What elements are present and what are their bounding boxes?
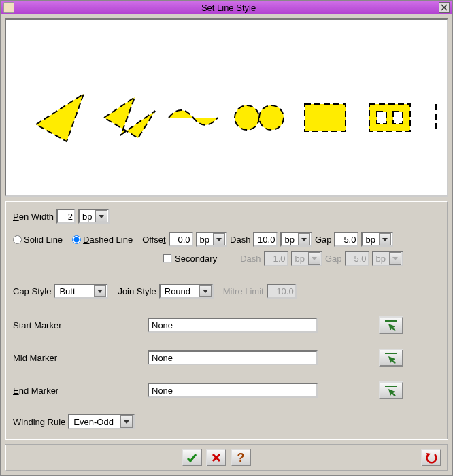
chevron-down-icon	[120, 415, 133, 428]
chevron-down-icon	[389, 252, 401, 265]
reset-button[interactable]	[421, 449, 441, 466]
mid-marker-label: Mid Marker	[13, 353, 148, 363]
hand-pointer-icon	[383, 319, 399, 331]
gap-label: Gap	[315, 235, 332, 245]
svg-rect-5	[369, 104, 410, 131]
cap-style-label: Cap Style	[13, 286, 51, 296]
window-title: Set Line Style	[18, 3, 439, 13]
ok-button[interactable]	[182, 449, 202, 466]
check-icon	[186, 452, 197, 463]
gap-input[interactable]	[334, 232, 358, 247]
pen-width-input[interactable]	[56, 209, 76, 224]
mid-marker-field: None	[148, 350, 318, 365]
bottom-bar: ?	[5, 444, 448, 471]
svg-rect-4	[305, 104, 346, 131]
secondary-dash-input	[264, 251, 288, 266]
offset-input[interactable]	[169, 232, 193, 247]
svg-marker-14	[392, 257, 398, 260]
svg-point-2	[235, 105, 259, 130]
set-line-style-window: Set Line Style	[0, 0, 453, 476]
start-marker-picker[interactable]	[379, 316, 403, 334]
solid-line-radio[interactable]: Solid Line	[13, 235, 63, 245]
mid-marker-picker[interactable]	[379, 349, 403, 367]
secondary-gap-input	[345, 251, 369, 266]
join-style-label: Join Style	[118, 286, 156, 296]
hand-pointer-icon	[383, 384, 399, 396]
svg-marker-13	[312, 257, 317, 260]
dash-label: Dash	[230, 235, 250, 245]
chevron-down-icon	[298, 233, 310, 245]
svg-marker-9	[99, 215, 104, 218]
chevron-down-icon	[308, 252, 320, 265]
settings-panel: Pen Width bp Solid Line Dashed Line Offs…	[5, 201, 448, 440]
svg-marker-11	[301, 238, 307, 241]
svg-marker-0	[36, 94, 84, 141]
chevron-down-icon	[94, 285, 106, 297]
app-icon	[3, 2, 14, 13]
chevron-down-icon	[199, 285, 212, 297]
secondary-gap-label: Gap	[325, 254, 342, 264]
pen-width-label: Pen Width	[13, 211, 54, 222]
dash-input[interactable]	[253, 232, 278, 247]
secondary-gap-unit: bp	[372, 251, 403, 266]
dash-unit-drop[interactable]: bp	[280, 232, 312, 247]
end-marker-picker[interactable]	[379, 381, 403, 399]
cancel-button[interactable]	[206, 449, 227, 466]
svg-rect-6	[377, 112, 386, 124]
offset-label: Offset	[142, 235, 165, 245]
cap-style-select[interactable]: Butt	[54, 284, 108, 299]
svg-marker-20	[124, 420, 129, 424]
join-style-select[interactable]: Round	[159, 284, 214, 299]
end-marker-field: None	[148, 383, 318, 398]
start-marker-label: Start Marker	[13, 320, 148, 330]
svg-marker-12	[382, 238, 388, 241]
svg-marker-16	[203, 290, 208, 293]
dashed-line-radio[interactable]: Dashed Line	[72, 235, 133, 245]
help-button[interactable]: ?	[231, 449, 251, 466]
preview-area	[5, 18, 448, 197]
start-marker-field: None	[148, 318, 318, 333]
close-button[interactable]	[439, 2, 450, 13]
titlebar[interactable]: Set Line Style	[1, 1, 452, 14]
winding-rule-select[interactable]: Even-Odd	[68, 414, 135, 429]
x-icon	[212, 453, 221, 462]
secondary-dash-label: Dash	[240, 254, 261, 264]
chevron-down-icon	[95, 210, 107, 222]
secondary-checkbox[interactable]: Secondary	[163, 254, 217, 264]
gap-unit-drop[interactable]: bp	[361, 232, 392, 247]
svg-marker-10	[216, 238, 222, 241]
svg-point-3	[259, 105, 284, 130]
mitre-limit-label: Mitre Limit	[223, 286, 264, 296]
hand-pointer-icon	[383, 352, 399, 364]
offset-unit-drop[interactable]: bp	[196, 232, 227, 247]
end-marker-label: End Marker	[13, 386, 148, 396]
svg-rect-7	[393, 112, 403, 124]
chevron-down-icon	[213, 233, 225, 245]
pen-width-unit-drop[interactable]: bp	[78, 209, 110, 224]
question-icon: ?	[237, 452, 245, 464]
winding-rule-label: Winding Rule	[13, 417, 65, 427]
svg-marker-15	[97, 290, 103, 293]
mitre-limit-input	[267, 284, 297, 299]
undo-icon	[425, 452, 437, 464]
secondary-dash-unit: bp	[291, 251, 322, 266]
svg-marker-1	[104, 97, 155, 138]
chevron-down-icon	[379, 233, 391, 245]
